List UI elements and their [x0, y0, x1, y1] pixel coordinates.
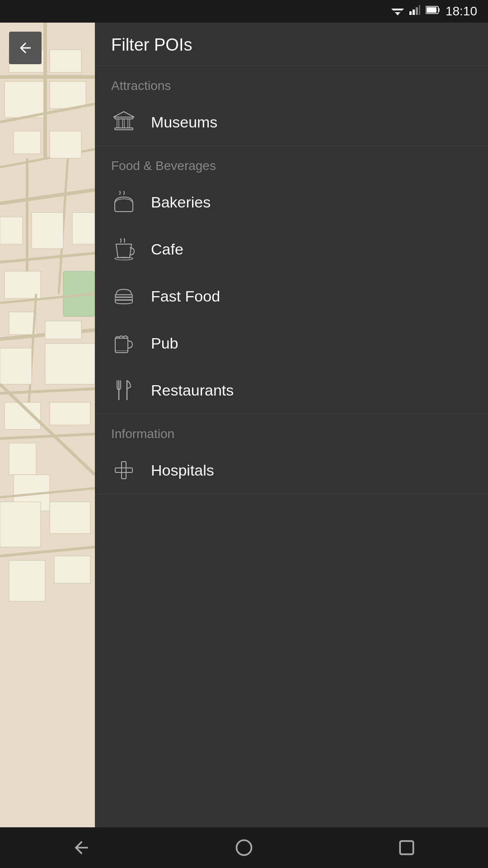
svg-rect-26 [32, 212, 63, 249]
svg-rect-10 [427, 7, 436, 13]
svg-rect-50 [54, 556, 90, 583]
menu-item-bakeries[interactable]: Bakeries [95, 179, 488, 226]
menu-label-cafe: Cafe [151, 241, 183, 258]
status-time: 18:10 [446, 4, 477, 19]
section-attractions: Attractions Museums [95, 66, 488, 146]
svg-rect-40 [50, 402, 90, 425]
svg-rect-20 [14, 131, 41, 154]
svg-rect-4 [409, 11, 412, 15]
bakery-icon [111, 189, 136, 215]
battery-icon [426, 5, 440, 18]
menu-label-museums: Museums [151, 113, 217, 131]
svg-rect-15 [50, 81, 86, 108]
svg-rect-5 [413, 9, 415, 15]
svg-rect-27 [72, 212, 95, 244]
svg-rect-6 [416, 7, 418, 15]
svg-rect-49 [9, 561, 45, 601]
svg-rect-59 [115, 297, 132, 300]
status-bar: 18:10 [0, 0, 488, 23]
menu-item-fast-food[interactable]: Fast Food [95, 273, 488, 320]
svg-rect-69 [400, 841, 413, 854]
svg-rect-42 [9, 443, 36, 475]
filter-title: Filter POIs [111, 35, 192, 54]
map-panel [0, 23, 95, 827]
nav-recents-button[interactable] [397, 838, 417, 858]
svg-rect-21 [50, 131, 81, 158]
svg-rect-36 [0, 348, 32, 384]
svg-rect-37 [45, 344, 95, 384]
svg-rect-46 [0, 502, 41, 547]
svg-rect-13 [50, 50, 81, 72]
museum-icon [111, 109, 136, 135]
svg-point-68 [237, 840, 252, 855]
nav-home-button[interactable] [234, 838, 254, 858]
menu-item-restaurants[interactable]: Restaurants [95, 367, 488, 414]
svg-rect-67 [115, 468, 132, 472]
svg-rect-60 [115, 338, 128, 353]
svg-rect-55 [128, 119, 130, 128]
pub-icon [111, 330, 136, 356]
section-label-information: Information [95, 414, 488, 447]
back-button[interactable] [9, 32, 42, 64]
filter-panel: Filter POIs Attractions Museums [95, 23, 488, 827]
fast-food-icon [111, 283, 136, 309]
menu-label-fast-food: Fast Food [151, 288, 220, 305]
svg-rect-66 [122, 462, 126, 479]
svg-rect-7 [419, 5, 420, 15]
cafe-icon [111, 236, 136, 262]
svg-rect-53 [117, 119, 119, 128]
signal-icon [409, 5, 420, 18]
menu-item-cafe[interactable]: Cafe [95, 226, 488, 273]
menu-label-pub: Pub [151, 335, 178, 352]
wifi-icon [391, 5, 404, 18]
section-food-beverages: Food & Beverages Bakeries [95, 146, 488, 414]
nav-back-button[interactable] [71, 838, 91, 858]
svg-rect-54 [122, 119, 124, 128]
menu-label-hospitals: Hospitals [151, 462, 214, 479]
menu-label-bakeries: Bakeries [151, 193, 211, 211]
menu-item-pub[interactable]: Pub [95, 320, 488, 367]
menu-item-hospitals[interactable]: Hospitals [95, 447, 488, 494]
menu-label-restaurants: Restaurants [151, 382, 234, 399]
svg-rect-25 [0, 217, 23, 244]
filter-header: Filter POIs [95, 23, 488, 66]
svg-rect-58 [115, 295, 132, 297]
section-label-food: Food & Beverages [95, 146, 488, 179]
menu-item-museums[interactable]: Museums [95, 99, 488, 146]
section-label-attractions: Attractions [95, 66, 488, 99]
hospital-icon [111, 458, 136, 483]
svg-rect-47 [50, 502, 90, 533]
svg-rect-34 [45, 321, 81, 339]
restaurant-icon [111, 377, 136, 403]
nav-bar [0, 827, 488, 868]
svg-marker-56 [113, 112, 134, 117]
svg-rect-14 [5, 81, 45, 118]
section-information: Information Hospitals [95, 414, 488, 494]
svg-rect-9 [438, 8, 440, 12]
svg-rect-33 [9, 312, 36, 335]
